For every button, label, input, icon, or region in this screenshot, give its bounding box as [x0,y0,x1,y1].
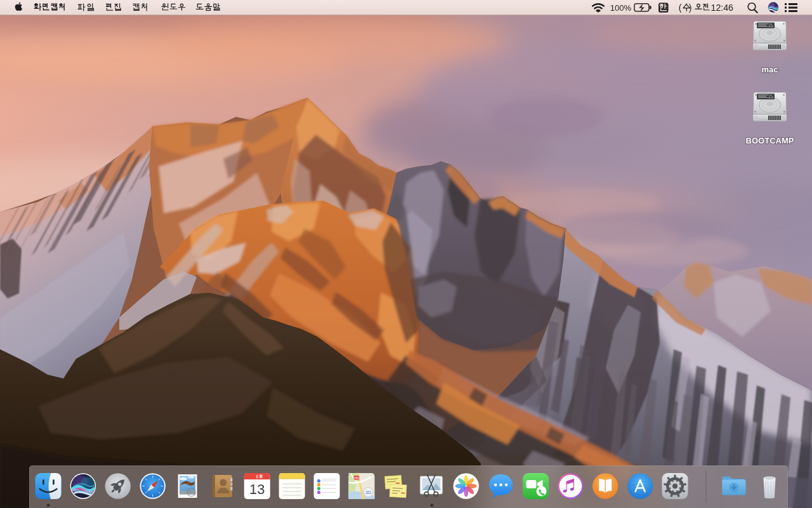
svg-text:280: 280 [353,476,359,480]
svg-text:mac: mac [761,65,778,74]
svg-text:BOOTCAMP: BOOTCAMP [746,136,794,145]
svg-text:): ) [689,3,692,13]
svg-text:(: ( [679,3,682,13]
svg-text:100%: 100% [610,3,632,13]
svg-text:6: 6 [256,474,258,479]
svg-text:13: 13 [249,481,265,497]
svg-text:3D: 3D [365,490,371,495]
svg-text:12:46: 12:46 [711,3,734,13]
